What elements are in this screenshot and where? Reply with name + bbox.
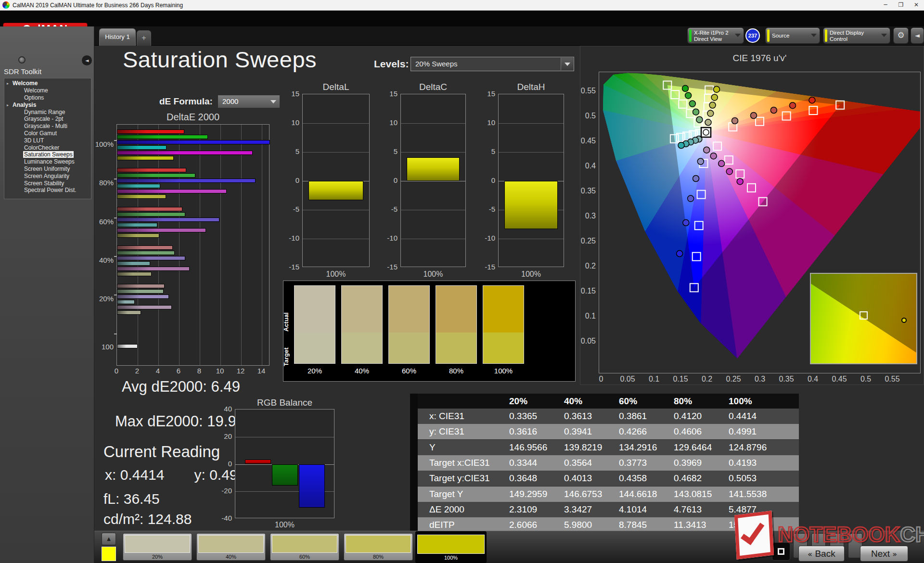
cie-x-tick: 0.1: [643, 375, 665, 384]
levels-dropdown[interactable]: 20% Sweeps: [411, 57, 574, 71]
gridline: [401, 181, 465, 181]
gridline: [499, 152, 564, 153]
collapse-triangle-icon: ▸: [7, 102, 9, 109]
table-row-target-y: Target Y149.2959146.6753144.6618143.0815…: [418, 486, 799, 502]
cie-measured-dot-red: [790, 102, 796, 109]
deltae-bar-100-green: [117, 135, 208, 139]
cie-y-tick: 0.25: [574, 237, 596, 245]
tab-history-1[interactable]: History 1: [99, 28, 136, 46]
table-row-label: y: CIE31: [429, 424, 464, 439]
sidebar-item-dynamic-range[interactable]: Dynamic Range: [4, 109, 91, 116]
swatch-label: 20%: [294, 367, 335, 375]
current-xy-reading: x: 0.4414y: 0.4991: [105, 467, 254, 483]
delta-bar: [308, 181, 363, 200]
y-tick-label: -10: [380, 234, 398, 242]
y-tick-label: 15: [478, 90, 495, 98]
gridline: [235, 437, 334, 437]
de-formula-dropdown[interactable]: 2000: [218, 95, 280, 108]
table-header-cell: 40%: [564, 394, 582, 409]
sidebar-item-screen-stability[interactable]: Screen Stability: [4, 180, 91, 187]
expand-up-button[interactable]: ▲: [102, 533, 116, 545]
swatch-button-label: 60%: [270, 554, 339, 560]
chevron-down-icon: [881, 34, 887, 37]
meter-button[interactable]: X-Rite i1Pro 2Direct View: [687, 27, 744, 44]
source-button[interactable]: Source: [765, 27, 820, 44]
minimize-icon[interactable]: ─: [878, 0, 893, 10]
swatch-target: [295, 333, 335, 363]
x-category-label: 100%: [302, 270, 370, 279]
deltae-chart: [116, 124, 270, 366]
sidebar-radio-icon[interactable]: [18, 56, 26, 64]
x-category-label: 100%: [498, 270, 564, 279]
sidebar-item-grayscale-2pt[interactable]: Grayscale - 2pt: [4, 115, 91, 123]
sidebar-item-options[interactable]: Options: [4, 94, 91, 102]
sidebar-item-3d-lut[interactable]: 3D LUT: [4, 137, 91, 144]
cie-measured-dot-red: [751, 113, 757, 119]
brand-strip: CalMAN: [0, 11, 924, 26]
deltae-group-label: 100: [89, 343, 114, 351]
maximize-icon[interactable]: ❐: [893, 0, 909, 10]
deltae-bar-100-magenta: [117, 151, 253, 155]
deltae-group-label: 60%: [89, 218, 114, 226]
deltae-bar-40-blue: [117, 256, 185, 260]
deltae-bar-20-red: [117, 284, 165, 288]
table-cell: 0.4358: [619, 471, 647, 486]
saturation-level-button-100[interactable]: 100%: [415, 531, 487, 563]
sidebar-item-grayscale-multi[interactable]: Grayscale - Multi: [4, 123, 91, 130]
deltae-bar-40-magenta: [117, 267, 190, 271]
deltae-bar-80-blue: [117, 179, 256, 183]
saturation-level-button-40[interactable]: 40%: [196, 533, 266, 561]
close-icon[interactable]: ✕: [909, 0, 924, 10]
saturation-level-button-80[interactable]: 80%: [344, 533, 413, 561]
cie-y-tick: 0.1: [574, 312, 596, 320]
table-cell: 0.4013: [564, 471, 592, 486]
deltae-bar-80-green: [117, 173, 195, 178]
table-cell: 0.3564: [564, 455, 592, 471]
sidebar-item-spectral-power-dist[interactable]: Spectral Power Dist.: [4, 187, 91, 194]
display-control-button[interactable]: Direct Display Control: [823, 27, 890, 44]
cie-x-tick: 0.15: [670, 375, 691, 384]
swatch-button-label: 20%: [123, 554, 192, 560]
add-tab-button[interactable]: +: [137, 30, 151, 46]
cie-measured-dot-blue: [677, 251, 683, 257]
deltae-bar-20-blue: [117, 294, 169, 299]
deltae-bar-60-yellow: [117, 233, 159, 238]
deltal-chart-title: DeltaL: [302, 82, 370, 92]
meter-count-badge[interactable]: 237: [745, 28, 760, 43]
table-left-strip: [410, 394, 418, 533]
sidebar-item-screen-angularity[interactable]: Screen Angularity: [4, 173, 91, 180]
swatch-actual: [483, 286, 524, 333]
swatch-color: [417, 535, 485, 554]
y-tick-label: 0: [282, 176, 299, 184]
notebookcheck-watermark: NOTEBOOKCHECK: [735, 508, 924, 562]
cie-x-tick: 0.5: [855, 375, 876, 384]
sidebar-group-analysis[interactable]: ▸Analysis: [4, 102, 91, 109]
table-cell: 143.0815: [674, 486, 712, 502]
deltae-bar-60-blue: [117, 218, 219, 222]
table-row-y-cie31: y: CIE310.36160.39410.42660.46060.4991: [418, 424, 799, 439]
table-cell: 146.9566: [509, 440, 547, 455]
settings-button[interactable]: ⚙: [893, 27, 909, 44]
x-tick-label: 14: [254, 367, 269, 375]
table-header-row: 20%40%60%80%100%: [418, 394, 799, 409]
sidebar-item-welcome[interactable]: Welcome: [4, 87, 91, 94]
sidebar-item-luminance-sweeps[interactable]: Luminance Sweeps: [4, 158, 91, 166]
swatch-compare-60: [388, 285, 430, 364]
table-cell: 3.3427: [564, 502, 592, 517]
saturation-level-button-60[interactable]: 60%: [270, 533, 339, 561]
saturation-level-button-20[interactable]: 20%: [123, 533, 192, 561]
sidebar-item-colorchecker[interactable]: ColorChecker: [4, 144, 91, 152]
deltae-bar-40-cyan: [117, 261, 150, 266]
cie-y-tick: 0.3: [574, 212, 596, 220]
actual-target-panel: Actual Target 20%40%60%80%100%: [283, 281, 576, 382]
cie-measured-dot-yellow: [707, 110, 714, 116]
sidebar-item-color-gamut[interactable]: Color Gamut: [4, 130, 91, 137]
sidebar-collapse-button[interactable]: ◄: [82, 55, 92, 65]
sidebar-group-welcome[interactable]: ▸Welcome: [4, 80, 91, 87]
sidebar-item-saturation-sweeps[interactable]: Saturation Sweeps: [4, 151, 91, 158]
table-cell: 0.4682: [674, 471, 702, 486]
y-tick-label: -15: [478, 263, 495, 271]
panel-collapse-button[interactable]: ◄: [911, 27, 924, 44]
sidebar-item-screen-uniformity[interactable]: Screen Uniformity: [4, 166, 91, 173]
chevron-down-icon: [811, 34, 817, 37]
